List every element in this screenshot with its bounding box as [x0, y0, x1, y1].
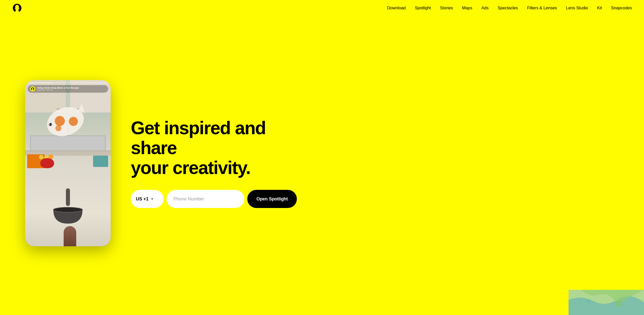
hero-title: Get inspired and share your creativity.	[131, 118, 297, 178]
phone-screen: HoSp Heidy HoSp (Bots & Fun Recipe) look…	[25, 80, 111, 246]
story-user-details: HoSp Heidy HoSp (Bots & Fun Recipe) look…	[37, 87, 79, 91]
dish-rack	[93, 156, 108, 167]
nav-download[interactable]: Download	[387, 6, 406, 11]
story-progress-bar	[28, 83, 108, 83]
nav-kit[interactable]: Kit	[597, 6, 602, 11]
story-subtitle: looks MAY not & hat	[37, 89, 79, 91]
story-segment-2	[55, 83, 81, 83]
phone-mockup: HoSp Heidy HoSp (Bots & Fun Recipe) look…	[25, 80, 111, 246]
kitchen-scene: HoSp Heidy HoSp (Bots & Fun Recipe) look…	[25, 80, 111, 246]
nav-spotlight[interactable]: Spotlight	[415, 6, 431, 11]
logo-area[interactable]	[12, 3, 22, 13]
story-user-info: HoSp Heidy HoSp (Bots & Fun Recipe) look…	[28, 85, 108, 93]
hero-title-line1: Get inspired and share	[131, 118, 266, 158]
snapchat-logo-icon	[12, 3, 22, 13]
header: Download Spotlight Stories Maps Ads Spec…	[0, 0, 644, 16]
nav-lens-studio[interactable]: Lens Studio	[566, 6, 588, 11]
map-peek	[569, 290, 644, 315]
nav-ads[interactable]: Ads	[481, 6, 489, 11]
colander	[40, 158, 54, 168]
country-code-value: US +1	[136, 196, 149, 202]
main-nav: Download Spotlight Stories Maps Ads Spec…	[387, 6, 632, 11]
story-segment-3	[82, 83, 108, 83]
map-preview-icon	[569, 290, 644, 315]
hero-content: Get inspired and share your creativity. …	[131, 118, 297, 208]
nav-snapcodes[interactable]: Snapcodes	[611, 6, 632, 11]
open-spotlight-button[interactable]: Open Spotlight	[247, 190, 297, 208]
svg-point-12	[616, 301, 622, 307]
story-username: HoSp Heidy HoSp (Bots & Fun Recipe)	[37, 87, 79, 89]
story-avatar	[30, 86, 35, 91]
nav-stories[interactable]: Stories	[440, 6, 453, 11]
hero-title-line2: your creativity.	[131, 158, 250, 178]
nav-maps[interactable]: Maps	[462, 6, 472, 11]
counter-items	[25, 154, 111, 174]
svg-point-11	[587, 299, 591, 303]
hand	[64, 226, 76, 246]
fruit-3	[39, 155, 44, 159]
story-segment-1	[28, 83, 54, 83]
svg-rect-6	[66, 188, 70, 206]
hero-form: US +1 ▾ Open Spotlight	[131, 190, 297, 208]
story-overlay: HoSp Heidy HoSp (Bots & Fun Recipe) look…	[28, 83, 108, 93]
chevron-down-icon: ▾	[151, 197, 153, 201]
nav-filters-lenses[interactable]: Filters & Lenses	[527, 6, 557, 11]
phone-number-input[interactable]	[167, 190, 244, 208]
nav-spectacles[interactable]: Spectacles	[498, 6, 518, 11]
country-code-selector[interactable]: US +1 ▾	[131, 190, 164, 208]
hero-section: HoSp Heidy HoSp (Bots & Fun Recipe) look…	[0, 16, 644, 315]
